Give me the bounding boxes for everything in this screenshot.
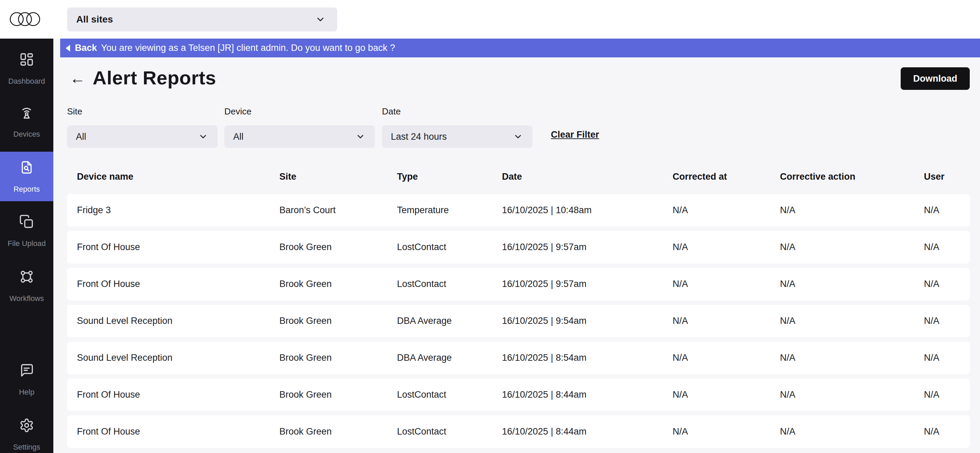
table-cell: N/A bbox=[780, 426, 924, 437]
table-cell: N/A bbox=[780, 316, 924, 326]
global-site-selector[interactable]: All sites bbox=[67, 8, 337, 32]
table-cell: N/A bbox=[780, 242, 924, 252]
sidebar-item-help[interactable]: Help bbox=[0, 355, 53, 404]
table-cell: 16/10/2025 | 8:44am bbox=[502, 426, 673, 437]
table-header-cell: Device name bbox=[77, 171, 279, 182]
table-cell: Baron’s Court bbox=[279, 205, 397, 215]
table-cell: LostContact bbox=[397, 279, 502, 289]
table-cell: N/A bbox=[780, 279, 924, 289]
table-cell: N/A bbox=[924, 279, 970, 289]
table-cell: N/A bbox=[673, 426, 780, 437]
table-row[interactable]: Front Of HouseBrook GreenLostContact16/1… bbox=[67, 415, 970, 448]
table-cell: LostContact bbox=[397, 242, 502, 252]
global-site-selector-value: All sites bbox=[76, 14, 113, 25]
table-header-cell: Date bbox=[502, 171, 673, 182]
table-cell: N/A bbox=[673, 205, 780, 215]
table-cell: N/A bbox=[924, 426, 970, 437]
workflows-icon bbox=[19, 269, 34, 285]
table-cell: Front Of House bbox=[77, 390, 279, 400]
chevron-down-icon bbox=[356, 132, 365, 141]
table-cell: N/A bbox=[673, 316, 780, 326]
sidebar-item-label: Reports bbox=[13, 185, 40, 194]
table-row[interactable]: Front Of HouseBrook GreenLostContact16/1… bbox=[67, 268, 970, 300]
reports-icon bbox=[19, 160, 34, 175]
table-row[interactable]: Front Of HouseBrook GreenLostContact16/1… bbox=[67, 379, 970, 411]
devices-icon bbox=[19, 105, 34, 120]
sidebar-item-file-upload[interactable]: File Upload bbox=[0, 206, 53, 255]
table-cell: N/A bbox=[924, 390, 970, 400]
table-header-cell: Corrective action bbox=[780, 171, 924, 182]
sidebar-item-workflows[interactable]: Workflows bbox=[0, 261, 53, 310]
filter-device-label: Device bbox=[224, 106, 375, 117]
alerts-table: Device nameSiteTypeDateCorrected atCorre… bbox=[67, 170, 970, 452]
table-cell: 16/10/2025 | 10:48am bbox=[502, 205, 673, 215]
table-cell: LostContact bbox=[397, 390, 502, 400]
table-cell: Brook Green bbox=[279, 279, 397, 289]
back-triangle-icon bbox=[66, 45, 70, 52]
chevron-down-icon bbox=[198, 132, 208, 141]
table-header-cell: Site bbox=[279, 171, 397, 182]
file-upload-icon bbox=[19, 214, 34, 230]
sidebar-item-reports[interactable]: Reports bbox=[0, 152, 53, 201]
filter-site-label: Site bbox=[67, 106, 218, 117]
impersonation-banner[interactable]: Back You are viewing as a Telsen [JR] cl… bbox=[60, 39, 980, 57]
table-cell: Temperature bbox=[397, 205, 502, 215]
table-cell: DBA Average bbox=[397, 353, 502, 363]
table-cell: N/A bbox=[780, 390, 924, 400]
table-cell: N/A bbox=[673, 279, 780, 289]
sidebar-item-settings[interactable]: Settings bbox=[0, 410, 53, 453]
table-row[interactable]: Sound Level ReceptionBrook GreenDBA Aver… bbox=[67, 305, 970, 337]
settings-icon bbox=[19, 418, 34, 433]
table-cell: 16/10/2025 | 9:54am bbox=[502, 316, 673, 326]
table-header-cell: Corrected at bbox=[673, 171, 780, 182]
filter-date-select[interactable]: Last 24 hours bbox=[382, 125, 532, 148]
filter-device-select[interactable]: All bbox=[224, 125, 375, 148]
table-cell: N/A bbox=[924, 242, 970, 252]
table-header-cell: Type bbox=[397, 171, 502, 182]
sidebar-item-label: Help bbox=[19, 388, 34, 397]
back-button[interactable]: ← bbox=[70, 68, 86, 89]
main-content: Back You are viewing as a Telsen [JR] cl… bbox=[53, 39, 980, 453]
table-cell: N/A bbox=[780, 353, 924, 363]
table-cell: N/A bbox=[924, 316, 970, 326]
table-cell: N/A bbox=[673, 242, 780, 252]
table-cell: N/A bbox=[924, 205, 970, 215]
filter-site: Site All bbox=[67, 106, 218, 148]
table-cell: Sound Level Reception bbox=[77, 353, 279, 363]
table-cell: Brook Green bbox=[279, 390, 397, 400]
table-cell: N/A bbox=[924, 353, 970, 363]
chevron-down-icon bbox=[513, 132, 523, 141]
topbar: All sites bbox=[0, 0, 980, 39]
filter-date-label: Date bbox=[382, 106, 532, 117]
sidebar-item-label: Settings bbox=[13, 443, 40, 451]
table-cell: 16/10/2025 | 9:57am bbox=[502, 242, 673, 252]
dashboard-icon bbox=[19, 52, 34, 67]
page-title: Alert Reports bbox=[93, 67, 216, 89]
filter-site-select[interactable]: All bbox=[67, 125, 218, 148]
table-row[interactable]: Fridge 3Baron’s CourtTemperature16/10/20… bbox=[67, 194, 970, 226]
table-row[interactable]: Sound Level ReceptionBrook GreenDBA Aver… bbox=[67, 342, 970, 374]
sidebar: Dashboard Devices Reports bbox=[0, 39, 53, 453]
table-cell: Front Of House bbox=[77, 426, 279, 437]
banner-message: You are viewing as a Telsen [JR] client … bbox=[101, 43, 395, 53]
help-icon bbox=[19, 363, 34, 378]
filter-device-value: All bbox=[233, 131, 243, 142]
chevron-down-icon bbox=[315, 14, 326, 25]
filter-device: Device All bbox=[224, 106, 375, 148]
banner-back-label[interactable]: Back bbox=[75, 43, 97, 53]
table-row[interactable]: Front Of HouseBrook GreenLostContact16/1… bbox=[67, 231, 970, 263]
sidebar-item-dashboard[interactable]: Dashboard bbox=[0, 44, 53, 93]
table-cell: Brook Green bbox=[279, 426, 397, 437]
table-cell: Front Of House bbox=[77, 242, 279, 252]
sidebar-item-label: Workflows bbox=[9, 294, 44, 303]
sidebar-item-devices[interactable]: Devices bbox=[0, 97, 53, 146]
table-cell: 16/10/2025 | 8:54am bbox=[502, 353, 673, 363]
sidebar-item-label: Devices bbox=[13, 130, 40, 139]
sidebar-item-label: File Upload bbox=[8, 239, 46, 248]
download-button[interactable]: Download bbox=[900, 67, 970, 90]
clear-filter-link[interactable]: Clear Filter bbox=[551, 130, 599, 140]
table-cell: N/A bbox=[780, 205, 924, 215]
table-cell: N/A bbox=[673, 390, 780, 400]
table-cell: N/A bbox=[673, 353, 780, 363]
filter-site-value: All bbox=[76, 131, 86, 142]
